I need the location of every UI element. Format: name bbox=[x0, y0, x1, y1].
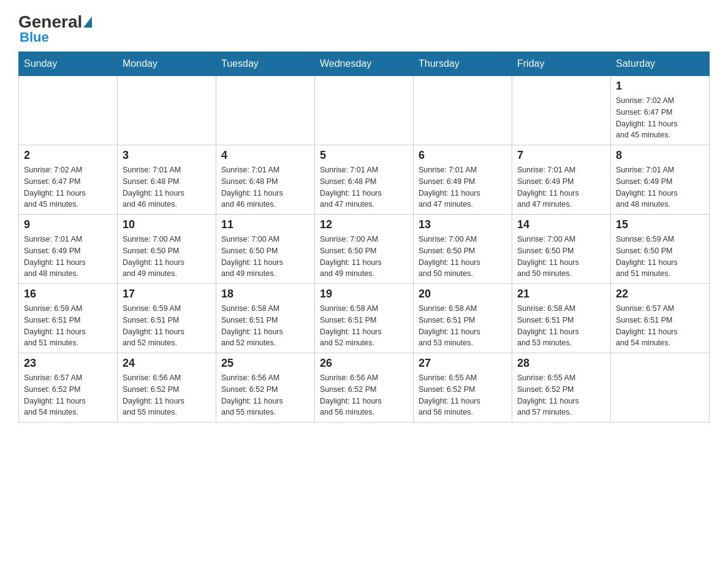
day-number: 12 bbox=[320, 218, 408, 231]
calendar-cell: 21Sunrise: 6:58 AMSunset: 6:51 PMDayligh… bbox=[512, 284, 611, 353]
calendar-cell: 16Sunrise: 6:59 AMSunset: 6:51 PMDayligh… bbox=[19, 284, 118, 353]
day-number: 27 bbox=[419, 357, 507, 370]
day-info: Sunrise: 7:01 AMSunset: 6:48 PMDaylight:… bbox=[320, 164, 408, 210]
day-info: Sunrise: 7:02 AMSunset: 6:47 PMDaylight:… bbox=[24, 164, 112, 210]
day-number: 6 bbox=[419, 149, 507, 162]
day-info: Sunrise: 6:55 AMSunset: 6:52 PMDaylight:… bbox=[419, 372, 507, 418]
day-number: 22 bbox=[616, 288, 704, 301]
calendar-cell bbox=[512, 76, 611, 145]
page-header: General Blue bbox=[18, 12, 710, 45]
calendar-cell bbox=[216, 76, 315, 145]
day-info: Sunrise: 7:01 AMSunset: 6:49 PMDaylight:… bbox=[616, 164, 704, 210]
day-info: Sunrise: 7:01 AMSunset: 6:48 PMDaylight:… bbox=[123, 164, 211, 210]
calendar-cell: 25Sunrise: 6:56 AMSunset: 6:52 PMDayligh… bbox=[216, 353, 315, 423]
logo-blue-text: Blue bbox=[20, 29, 49, 45]
day-info: Sunrise: 6:58 AMSunset: 6:51 PMDaylight:… bbox=[320, 303, 408, 349]
calendar-cell: 12Sunrise: 7:00 AMSunset: 6:50 PMDayligh… bbox=[315, 215, 414, 284]
calendar-cell: 27Sunrise: 6:55 AMSunset: 6:52 PMDayligh… bbox=[414, 353, 512, 423]
day-number: 16 bbox=[24, 288, 112, 301]
day-number: 3 bbox=[123, 149, 211, 162]
day-number: 9 bbox=[24, 218, 112, 231]
day-info: Sunrise: 6:58 AMSunset: 6:51 PMDaylight:… bbox=[517, 303, 605, 349]
calendar-week-3: 9Sunrise: 7:01 AMSunset: 6:49 PMDaylight… bbox=[19, 215, 710, 284]
calendar-cell: 15Sunrise: 6:59 AMSunset: 6:50 PMDayligh… bbox=[611, 215, 710, 284]
calendar-cell: 2Sunrise: 7:02 AMSunset: 6:47 PMDaylight… bbox=[19, 145, 118, 215]
calendar-cell: 5Sunrise: 7:01 AMSunset: 6:48 PMDaylight… bbox=[315, 145, 414, 215]
column-header-saturday: Saturday bbox=[611, 52, 710, 76]
day-info: Sunrise: 6:55 AMSunset: 6:52 PMDaylight:… bbox=[517, 372, 605, 418]
day-number: 26 bbox=[320, 357, 408, 370]
day-number: 14 bbox=[517, 218, 605, 231]
day-number: 17 bbox=[123, 288, 211, 301]
day-info: Sunrise: 7:01 AMSunset: 6:49 PMDaylight:… bbox=[419, 164, 507, 210]
column-header-sunday: Sunday bbox=[19, 52, 118, 76]
calendar-cell: 17Sunrise: 6:59 AMSunset: 6:51 PMDayligh… bbox=[118, 284, 216, 353]
calendar-cell: 1Sunrise: 7:02 AMSunset: 6:47 PMDaylight… bbox=[611, 76, 710, 145]
logo: General Blue bbox=[18, 12, 93, 45]
calendar-cell bbox=[19, 76, 118, 145]
column-header-friday: Friday bbox=[512, 52, 611, 76]
day-number: 21 bbox=[517, 288, 605, 301]
calendar-cell: 24Sunrise: 6:56 AMSunset: 6:52 PMDayligh… bbox=[118, 353, 216, 423]
day-info: Sunrise: 6:56 AMSunset: 6:52 PMDaylight:… bbox=[221, 372, 309, 418]
calendar-cell: 20Sunrise: 6:58 AMSunset: 6:51 PMDayligh… bbox=[414, 284, 512, 353]
calendar-cell bbox=[611, 353, 710, 423]
day-info: Sunrise: 7:01 AMSunset: 6:49 PMDaylight:… bbox=[24, 234, 112, 280]
calendar-week-5: 23Sunrise: 6:57 AMSunset: 6:52 PMDayligh… bbox=[19, 353, 710, 423]
day-info: Sunrise: 6:57 AMSunset: 6:52 PMDaylight:… bbox=[24, 372, 112, 418]
day-info: Sunrise: 6:58 AMSunset: 6:51 PMDaylight:… bbox=[419, 303, 507, 349]
day-info: Sunrise: 7:00 AMSunset: 6:50 PMDaylight:… bbox=[419, 234, 507, 280]
calendar-cell: 22Sunrise: 6:57 AMSunset: 6:51 PMDayligh… bbox=[611, 284, 710, 353]
day-number: 7 bbox=[517, 149, 605, 162]
day-number: 4 bbox=[221, 149, 309, 162]
calendar-week-2: 2Sunrise: 7:02 AMSunset: 6:47 PMDaylight… bbox=[19, 145, 710, 215]
calendar-cell: 26Sunrise: 6:56 AMSunset: 6:52 PMDayligh… bbox=[315, 353, 414, 423]
calendar-cell: 19Sunrise: 6:58 AMSunset: 6:51 PMDayligh… bbox=[315, 284, 414, 353]
logo-triangle-icon bbox=[83, 17, 92, 28]
day-info: Sunrise: 7:01 AMSunset: 6:48 PMDaylight:… bbox=[221, 164, 309, 210]
calendar-cell: 4Sunrise: 7:01 AMSunset: 6:48 PMDaylight… bbox=[216, 145, 315, 215]
calendar-cell: 11Sunrise: 7:00 AMSunset: 6:50 PMDayligh… bbox=[216, 215, 315, 284]
calendar-cell: 9Sunrise: 7:01 AMSunset: 6:49 PMDaylight… bbox=[19, 215, 118, 284]
calendar-cell: 18Sunrise: 6:58 AMSunset: 6:51 PMDayligh… bbox=[216, 284, 315, 353]
day-number: 25 bbox=[221, 357, 309, 370]
calendar-cell bbox=[414, 76, 512, 145]
column-header-monday: Monday bbox=[118, 52, 216, 76]
calendar-cell: 7Sunrise: 7:01 AMSunset: 6:49 PMDaylight… bbox=[512, 145, 611, 215]
day-number: 10 bbox=[123, 218, 211, 231]
day-info: Sunrise: 7:00 AMSunset: 6:50 PMDaylight:… bbox=[123, 234, 211, 280]
day-info: Sunrise: 7:02 AMSunset: 6:47 PMDaylight:… bbox=[616, 95, 704, 141]
column-header-tuesday: Tuesday bbox=[216, 52, 315, 76]
day-number: 11 bbox=[221, 218, 309, 231]
day-info: Sunrise: 6:59 AMSunset: 6:51 PMDaylight:… bbox=[24, 303, 112, 349]
day-number: 28 bbox=[517, 357, 605, 370]
day-info: Sunrise: 7:00 AMSunset: 6:50 PMDaylight:… bbox=[320, 234, 408, 280]
day-number: 19 bbox=[320, 288, 408, 301]
day-info: Sunrise: 7:00 AMSunset: 6:50 PMDaylight:… bbox=[221, 234, 309, 280]
day-info: Sunrise: 6:56 AMSunset: 6:52 PMDaylight:… bbox=[123, 372, 211, 418]
day-info: Sunrise: 7:00 AMSunset: 6:50 PMDaylight:… bbox=[517, 234, 605, 280]
day-info: Sunrise: 6:58 AMSunset: 6:51 PMDaylight:… bbox=[221, 303, 309, 349]
calendar-cell: 28Sunrise: 6:55 AMSunset: 6:52 PMDayligh… bbox=[512, 353, 611, 423]
calendar-cell: 8Sunrise: 7:01 AMSunset: 6:49 PMDaylight… bbox=[611, 145, 710, 215]
calendar-week-4: 16Sunrise: 6:59 AMSunset: 6:51 PMDayligh… bbox=[19, 284, 710, 353]
day-number: 20 bbox=[419, 288, 507, 301]
calendar-week-1: 1Sunrise: 7:02 AMSunset: 6:47 PMDaylight… bbox=[19, 76, 710, 145]
calendar-header-row: SundayMondayTuesdayWednesdayThursdayFrid… bbox=[19, 52, 710, 76]
day-info: Sunrise: 6:57 AMSunset: 6:51 PMDaylight:… bbox=[616, 303, 704, 349]
day-info: Sunrise: 7:01 AMSunset: 6:49 PMDaylight:… bbox=[517, 164, 605, 210]
calendar-cell: 6Sunrise: 7:01 AMSunset: 6:49 PMDaylight… bbox=[414, 145, 512, 215]
calendar-cell bbox=[118, 76, 216, 145]
column-header-wednesday: Wednesday bbox=[315, 52, 414, 76]
day-number: 1 bbox=[616, 80, 704, 93]
day-number: 5 bbox=[320, 149, 408, 162]
calendar-cell bbox=[315, 76, 414, 145]
day-info: Sunrise: 6:56 AMSunset: 6:52 PMDaylight:… bbox=[320, 372, 408, 418]
day-number: 15 bbox=[616, 218, 704, 231]
day-info: Sunrise: 6:59 AMSunset: 6:50 PMDaylight:… bbox=[616, 234, 704, 280]
calendar-cell: 14Sunrise: 7:00 AMSunset: 6:50 PMDayligh… bbox=[512, 215, 611, 284]
day-number: 13 bbox=[419, 218, 507, 231]
calendar-cell: 13Sunrise: 7:00 AMSunset: 6:50 PMDayligh… bbox=[414, 215, 512, 284]
calendar-cell: 10Sunrise: 7:00 AMSunset: 6:50 PMDayligh… bbox=[118, 215, 216, 284]
day-number: 2 bbox=[24, 149, 112, 162]
